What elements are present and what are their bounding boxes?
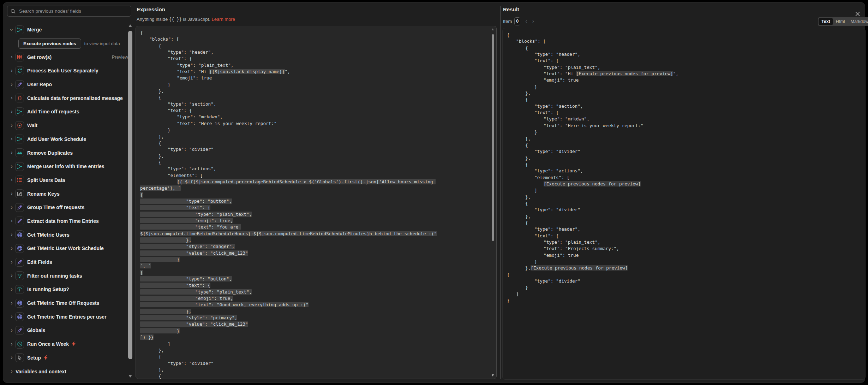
- sidebar-item-merge[interactable]: ›Merge: [3, 23, 136, 37]
- expression-code-line: }: [140, 256, 492, 263]
- editor-scroll-up-icon[interactable]: [492, 28, 494, 30]
- item-next-icon[interactable]: ›: [532, 18, 534, 24]
- sidebar-item-run-once-a-week[interactable]: ›Run Once a Week: [3, 337, 136, 351]
- expression-code[interactable]: { "blocks": [ { "type": "header", "text"…: [136, 26, 496, 379]
- sidebar-item-merge-user-info-with-time-entries[interactable]: ›Merge user info with time entries: [3, 160, 136, 173]
- sidebar-item-calculate-data-for-personalized-message[interactable]: ›{}Calculate data for personalized messa…: [3, 91, 136, 105]
- panel-divider[interactable]: [500, 6, 501, 379]
- expression-code-line: },: [140, 153, 492, 159]
- tab-text[interactable]: Text: [819, 18, 833, 25]
- sidebar-item-is-running-setup[interactable]: ›Is running Setup?: [3, 283, 136, 296]
- expression-editor-screen: ›MergeExecute previous nodesto view inpu…: [0, 0, 868, 385]
- chevron-right-icon[interactable]: ›: [8, 204, 15, 210]
- node-label: Merge: [27, 27, 42, 32]
- sidebar-item-setup[interactable]: ›Setup: [3, 351, 136, 365]
- expression-code-line: "text": "Good work, everything adds up :…: [140, 302, 492, 308]
- sidebar-item-add-time-off-requests[interactable]: ›Add Time off requests: [3, 105, 136, 119]
- chevron-right-icon[interactable]: ›: [8, 313, 15, 319]
- node-label: Variables and context: [16, 369, 66, 374]
- sidebar-item-rename-keys[interactable]: ›Rename Keys: [3, 187, 136, 201]
- sidebar-item-variables-and-context[interactable]: ›Variables and context: [3, 365, 136, 378]
- scroll-down-icon[interactable]: [128, 375, 132, 378]
- result-code-line: "type": "header",: [507, 226, 861, 232]
- sidebar-scrollbar-thumb[interactable]: [128, 31, 132, 359]
- item-prev-icon[interactable]: ‹: [525, 18, 527, 24]
- sidebar-item-get-tmetric-time-off-requests[interactable]: ›Get TMetric Time Off Requests: [3, 296, 136, 310]
- editor-scrollbar-thumb[interactable]: [492, 34, 494, 241]
- expression-highlight: [Execute previous nodes for preview]: [531, 265, 628, 271]
- chevron-right-icon[interactable]: ›: [8, 368, 15, 374]
- chevron-right-icon[interactable]: ›: [8, 163, 15, 169]
- item-label: Item: [503, 19, 512, 24]
- expression-code-line: {: [140, 140, 492, 146]
- search-input[interactable]: [18, 8, 128, 14]
- sidebar-item-add-user-work-schedule[interactable]: ›Add User Work Schedule: [3, 132, 136, 146]
- sidebar-item-get-tmetric-users[interactable]: ›Get TMetric Users: [3, 228, 136, 242]
- editor-scroll-down-icon[interactable]: [492, 374, 494, 377]
- chevron-right-icon[interactable]: ›: [8, 341, 15, 347]
- sidebar-item-extract-data-from-time-entries[interactable]: ›Extract data from Time Entries: [3, 214, 136, 228]
- expression-code-line: "type": "plain_text",: [140, 211, 492, 218]
- result-code-line: {: [507, 220, 861, 226]
- search-box[interactable]: [7, 6, 131, 17]
- result-code-line: "text": "Hi [Execute previous nodes for …: [507, 71, 861, 77]
- node-label: Get TMetric User Work Schedule: [27, 245, 104, 251]
- item-index-input[interactable]: 0: [514, 17, 520, 25]
- tab-markdown[interactable]: Markdown: [848, 18, 868, 25]
- expression-code-line: "type": "divider": [140, 360, 492, 367]
- result-code-line: "type": "divider": [507, 278, 861, 284]
- chevron-right-icon[interactable]: ›: [8, 272, 15, 278]
- merge-icon: [15, 25, 24, 34]
- learn-more-link[interactable]: Learn more: [211, 17, 235, 22]
- sidebar-item-wait[interactable]: ›Wait: [3, 119, 136, 132]
- expression-code-line: "type": "header",: [140, 49, 492, 55]
- chevron-right-icon[interactable]: ›: [8, 95, 15, 101]
- pencil-icon: [15, 80, 24, 89]
- node-label: Group Time off requests: [27, 205, 84, 210]
- expression-highlight: {: [140, 270, 143, 275]
- chevron-right-icon[interactable]: ›: [8, 286, 15, 292]
- sidebar-item-process-each-user-separately[interactable]: ›Process Each User Separately: [3, 64, 136, 78]
- chevron-right-icon[interactable]: ›: [8, 122, 15, 128]
- chevron-right-icon[interactable]: ›: [8, 231, 15, 237]
- pencil-icon: [15, 203, 24, 212]
- trigger-bolt-icon: [44, 355, 48, 360]
- sidebar-item-remove-duplicates[interactable]: ›Remove Duplicates: [3, 146, 136, 160]
- chevron-right-icon[interactable]: ›: [8, 259, 15, 265]
- sidebar-item-globals[interactable]: ›Globals: [3, 324, 136, 337]
- sidebar-item-get-row-s[interactable]: ›Get row(s)Preview: [3, 50, 136, 64]
- sidebar-item-get-tmetric-time-entries-per-user[interactable]: ›Get Tmetric Time Entries per user: [3, 310, 136, 324]
- chevron-right-icon[interactable]: ›: [8, 81, 15, 87]
- chevron-right-icon[interactable]: ›: [8, 218, 15, 224]
- chevron-right-icon[interactable]: ›: [8, 54, 15, 60]
- sidebar-item-user-repo[interactable]: ›User Repo: [3, 78, 136, 91]
- expression-code-line: "type": "plain_text",: [140, 289, 492, 295]
- node-label: Get row(s): [27, 54, 52, 60]
- tab-html[interactable]: Html: [833, 18, 848, 25]
- sidebar-item-split-users-data[interactable]: ›Split Users Data: [3, 173, 136, 187]
- chevron-right-icon[interactable]: ›: [8, 177, 15, 183]
- expression-highlight: percentage'], `: [140, 185, 181, 191]
- scroll-up-icon[interactable]: [128, 24, 132, 27]
- expression-code-line: }: [140, 328, 492, 334]
- sidebar-item-get-tmetric-user-work-schedule[interactable]: ›Get TMetric User Work Schedule: [3, 242, 136, 255]
- sidebar-item-group-time-off-requests[interactable]: ›Group Time off requests: [3, 201, 136, 214]
- sidebar-item-filter-out-running-tasks[interactable]: ›Filter out running tasks: [3, 269, 136, 283]
- chevron-right-icon[interactable]: ›: [8, 67, 15, 73]
- node-label: Process Each User Separately: [27, 68, 98, 73]
- chevron-right-icon[interactable]: ›: [8, 136, 15, 142]
- chevron-right-icon[interactable]: ›: [8, 245, 15, 251]
- chevron-right-icon[interactable]: ›: [8, 354, 15, 360]
- expression-editor[interactable]: { "blocks": [ { "type": "header", "text"…: [136, 26, 497, 379]
- chevron-right-icon[interactable]: ›: [8, 149, 15, 155]
- chevron-right-icon[interactable]: ›: [8, 327, 15, 333]
- execute-previous-nodes-button[interactable]: Execute previous nodes: [18, 38, 81, 49]
- editor-scrollbar[interactable]: [491, 28, 495, 377]
- cursor-icon: [15, 353, 24, 362]
- sidebar-scrollbar[interactable]: [128, 22, 132, 380]
- chevron-right-icon[interactable]: ›: [8, 108, 15, 114]
- chevron-right-icon[interactable]: ›: [8, 300, 15, 306]
- sidebar-item-edit-fields[interactable]: ›Edit Fields: [3, 255, 136, 269]
- chevron-down-icon[interactable]: ›: [9, 26, 15, 33]
- chevron-right-icon[interactable]: ›: [8, 190, 15, 196]
